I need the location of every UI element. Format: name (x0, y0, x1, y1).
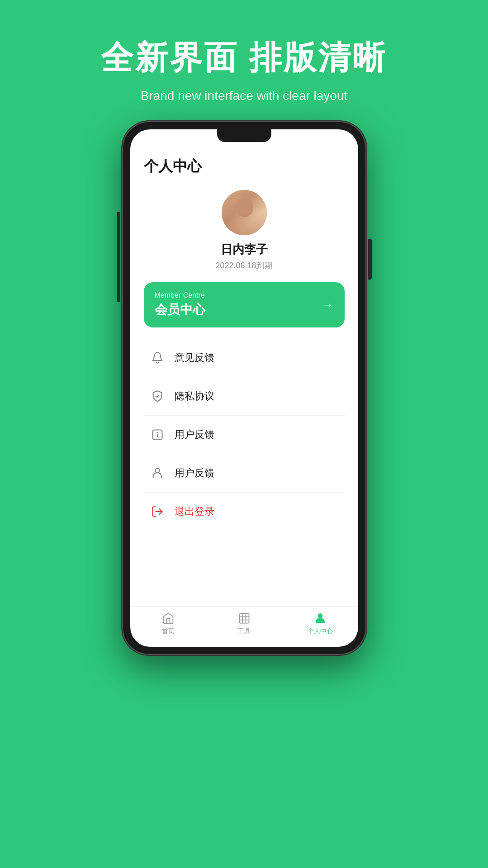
shield-icon (147, 386, 167, 406)
nav-item-home[interactable]: 首页 (130, 611, 206, 636)
screen-content: 个人中心 日内李子 2022.06.18到期 Member Centre 会员中… (130, 129, 358, 606)
menu-item-user-feedback2[interactable]: 用户反馈 (144, 454, 345, 493)
menu-item-privacy[interactable]: 隐私协议 (144, 377, 345, 416)
header-subtitle: Brand new interface with clear layout (101, 89, 387, 103)
member-card[interactable]: Member Centre 会员中心 → (144, 282, 345, 327)
menu-text-privacy: 隐私协议 (175, 389, 214, 403)
nav-label-tools: 工具 (238, 627, 251, 636)
header-title: 全新界面 排版清晰 (101, 36, 387, 80)
svg-point-3 (157, 432, 157, 433)
page-title: 个人中心 (144, 157, 345, 176)
menu-list: 意见反馈 隐私协议 (144, 339, 345, 531)
phone-screen: 个人中心 日内李子 2022.06.18到期 Member Centre 会员中… (130, 129, 358, 647)
header-section: 全新界面 排版清晰 Brand new interface with clear… (101, 0, 387, 103)
tools-nav-icon (237, 611, 251, 626)
bell-icon (147, 348, 167, 368)
nav-item-tools[interactable]: 工具 (206, 611, 282, 636)
avatar-image (222, 190, 267, 235)
profile-nav-icon (313, 611, 327, 626)
menu-text-feedback: 意见反馈 (175, 351, 214, 365)
member-card-left: Member Centre 会员中心 (155, 291, 205, 318)
member-card-title: 会员中心 (155, 301, 205, 318)
menu-text-user-feedback2: 用户反馈 (175, 466, 214, 480)
member-card-arrow-icon: → (321, 298, 334, 312)
nav-label-profile: 个人中心 (308, 627, 333, 636)
phone-wrapper: 个人中心 日内李子 2022.06.18到期 Member Centre 会员中… (122, 121, 366, 655)
home-nav-icon (161, 611, 175, 626)
person-icon (147, 463, 167, 483)
phone-frame: 个人中心 日内李子 2022.06.18到期 Member Centre 会员中… (122, 121, 366, 655)
logout-icon (147, 502, 167, 522)
menu-text-logout: 退出登录 (175, 505, 214, 518)
notch (217, 129, 271, 142)
menu-item-feedback[interactable]: 意见反馈 (144, 339, 345, 377)
nav-label-home: 首页 (162, 627, 175, 636)
avatar (222, 190, 267, 235)
profile-section: 日内李子 2022.06.18到期 (144, 190, 345, 271)
username: 日内李子 (221, 242, 268, 257)
svg-point-4 (155, 469, 159, 473)
member-card-label: Member Centre (155, 291, 205, 299)
bottom-nav: 首页 工具 (130, 606, 358, 647)
expiry-date: 2022.06.18到期 (215, 260, 272, 271)
menu-item-user-feedback1[interactable]: 用户反馈 (144, 416, 345, 454)
nav-item-profile[interactable]: 个人中心 (282, 611, 358, 636)
menu-text-user-feedback1: 用户反馈 (175, 428, 214, 441)
svg-point-11 (318, 614, 322, 618)
svg-rect-6 (239, 614, 249, 623)
menu-item-logout[interactable]: 退出登录 (144, 493, 345, 531)
info-icon (147, 425, 167, 445)
